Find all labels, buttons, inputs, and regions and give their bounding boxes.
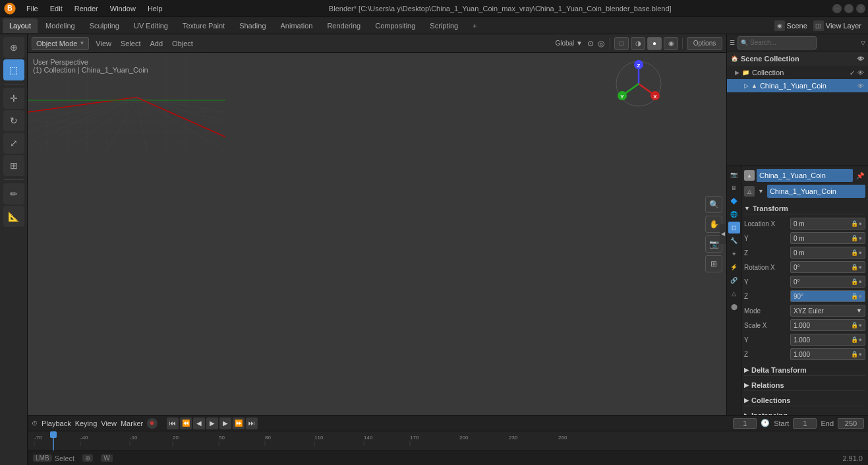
outliner-collection[interactable]: ▶ 📁 Collection ✓ 👁 [727, 66, 868, 79]
tab-scripting[interactable]: Scripting [423, 18, 465, 33]
tab-compositing[interactable]: Compositing [368, 18, 422, 33]
rot-lock-y[interactable]: 🔒 [851, 278, 858, 285]
playback-menu[interactable]: Playback [42, 419, 71, 427]
location-x-value[interactable]: 0 m 🔒 ● [790, 218, 865, 230]
keying-menu[interactable]: Keying [75, 419, 98, 427]
menu-file[interactable]: File [21, 3, 43, 14]
shading-rendered[interactable]: ◉ [664, 37, 678, 50]
viewport-zoom-search[interactable]: 🔍 [705, 196, 722, 213]
mode-select[interactable]: Object Mode ▼ [32, 37, 89, 50]
prop-tab-constraints[interactable]: 🔗 [728, 274, 740, 286]
select-menu[interactable]: Select [118, 39, 144, 48]
start-frame[interactable]: 1 [793, 418, 817, 429]
view-menu[interactable]: View [93, 39, 114, 48]
shading-wireframe[interactable]: □ [614, 37, 629, 50]
tab-uv-editing[interactable]: UV Editing [127, 18, 175, 33]
object-menu[interactable]: Object [169, 39, 196, 48]
tab-animation[interactable]: Animation [274, 18, 320, 33]
pin-icon[interactable]: 📌 [855, 172, 865, 179]
prop-tab-particles[interactable]: ✦ [728, 248, 740, 260]
record-button[interactable]: ⏺ [147, 418, 158, 429]
view-menu-tl[interactable]: View [101, 419, 117, 427]
prop-tab-output[interactable]: 🖥 [728, 182, 740, 194]
tab-add[interactable]: + [466, 18, 483, 33]
marker-menu[interactable]: Marker [121, 419, 143, 427]
collections-header[interactable]: ▶ Collections [744, 394, 865, 406]
transform-section-header[interactable]: ▼ Transform [744, 202, 865, 214]
menu-render[interactable]: Render [69, 3, 103, 14]
prop-tab-data[interactable]: △ [728, 288, 740, 299]
tool-measure[interactable]: 📐 [3, 206, 24, 227]
rotation-mode-select[interactable]: XYZ Euler ▼ [790, 305, 865, 317]
lock-x[interactable]: 🔒 [851, 220, 858, 227]
tool-annotate[interactable]: ✏ [3, 183, 24, 204]
tab-texture-paint[interactable]: Texture Paint [176, 18, 231, 33]
prop-tab-view[interactable]: 🔷 [728, 195, 740, 207]
scene-name[interactable]: Scene [787, 22, 807, 30]
tool-cursor[interactable]: ⊕ [3, 37, 24, 58]
view-layer-name[interactable]: View Layer [826, 22, 861, 30]
outliner-search[interactable]: 🔍 Search... [738, 36, 817, 49]
scale-z-value[interactable]: 1.000 🔒 ● [790, 348, 865, 360]
tab-shading[interactable]: Shading [233, 18, 272, 33]
prop-tab-scene[interactable]: 🌐 [728, 208, 740, 220]
maximize-button[interactable]: □ [844, 4, 854, 13]
current-frame[interactable]: 1 [733, 418, 757, 429]
add-menu[interactable]: Add [148, 39, 166, 48]
viewport-gizmo[interactable]: Z X Y [614, 59, 664, 110]
outliner-object[interactable]: ▷ ▲ China_1_Yuan_Coin 👁 [727, 79, 868, 92]
shading-material[interactable]: ● [647, 37, 662, 50]
proportional-icon[interactable]: ◎ [596, 39, 606, 48]
next-keyframe-btn[interactable]: ▶ [219, 418, 231, 429]
panel-collapse[interactable]: ◀ [720, 224, 726, 244]
rotation-y-value[interactable]: 0° 🔒 ● [790, 276, 865, 288]
filter-icon[interactable]: ▽ [861, 40, 865, 46]
close-button[interactable]: ✕ [856, 4, 865, 13]
prop-tab-render[interactable]: 📷 [728, 169, 740, 181]
instancing-header[interactable]: ▶ Instancing [744, 409, 865, 415]
tab-layout[interactable]: Layout [3, 18, 38, 33]
lock-y[interactable]: 🔒 [851, 235, 858, 241]
end-frame[interactable]: 250 [838, 418, 864, 429]
scale-lock-z[interactable]: 🔒 [851, 351, 858, 357]
location-y-value[interactable]: 0 m 🔒 ● [790, 232, 865, 244]
tool-scale[interactable]: ⤢ [3, 133, 24, 154]
prev-keyframe-btn[interactable]: ◀ [193, 418, 205, 429]
tab-sculpting[interactable]: Sculpting [83, 18, 126, 33]
rot-lock-z[interactable]: 🔒 [851, 293, 858, 299]
scale-y-value[interactable]: 1.000 🔒 ● [790, 334, 865, 346]
jump-start-btn[interactable]: ⏮ [167, 418, 179, 429]
blender-logo[interactable]: B [3, 1, 17, 16]
prop-tab-modifier[interactable]: 🔧 [728, 235, 740, 247]
tool-rotate[interactable]: ↻ [3, 110, 24, 131]
rotation-z-value[interactable]: 90° 🔒 ● [790, 290, 865, 302]
eye-icon-scene[interactable]: 👁 [857, 55, 864, 63]
snap-icon[interactable]: ⊙ [586, 39, 595, 48]
menu-edit[interactable]: Edit [45, 3, 68, 14]
menu-help[interactable]: Help [142, 3, 168, 14]
shading-solid[interactable]: ◑ [631, 37, 645, 50]
timeline-track[interactable]: -70 -40 -10 20 50 80 110 140 170 200 230… [28, 431, 868, 450]
location-z-value[interactable]: 0 m 🔒 ● [790, 247, 865, 259]
scale-x-value[interactable]: 1.000 🔒 ● [790, 319, 865, 331]
tool-move[interactable]: ✛ [3, 88, 24, 109]
prev-frame-btn[interactable]: ⏪ [180, 418, 192, 429]
minimize-button[interactable]: ─ [832, 4, 842, 13]
rot-lock-x[interactable]: 🔒 [851, 264, 858, 270]
delta-transform-header[interactable]: ▶ Delta Transform [744, 363, 865, 376]
frame-scrubber[interactable] [50, 431, 57, 438]
viewport-3d[interactable]: User Perspective (1) Collection | China_… [28, 53, 726, 415]
lock-z[interactable]: 🔒 [851, 249, 858, 256]
menu-window[interactable]: Window [105, 3, 141, 14]
mesh-name-field[interactable]: China_1_Yuan_Coin [767, 185, 865, 198]
tab-modeling[interactable]: Modeling [39, 18, 82, 33]
prop-tab-object[interactable]: ◻ [728, 222, 740, 233]
scale-lock-y[interactable]: 🔒 [851, 336, 858, 343]
jump-end-btn[interactable]: ⏭ [246, 418, 258, 429]
tab-rendering[interactable]: Rendering [320, 18, 367, 33]
prop-tab-material[interactable]: ⬤ [728, 301, 740, 313]
scale-lock-x[interactable]: 🔒 [851, 322, 858, 328]
tool-select-box[interactable]: ⬚ [3, 59, 24, 80]
prop-tab-physics[interactable]: ⚡ [728, 261, 740, 273]
options-btn[interactable]: Options [687, 37, 722, 50]
